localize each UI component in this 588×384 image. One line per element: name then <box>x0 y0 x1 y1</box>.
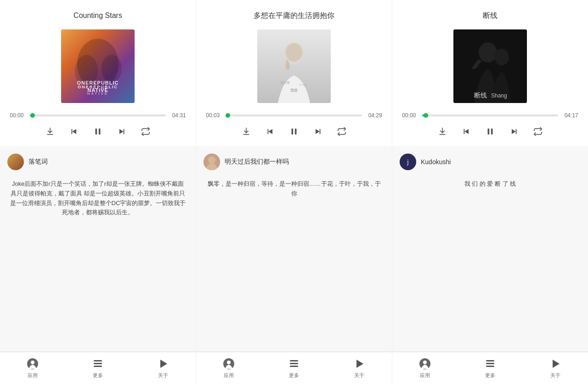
svg-rect-43 <box>486 366 494 367</box>
svg-rect-31 <box>94 366 102 367</box>
tab-label-more-2: 更多 <box>289 372 299 379</box>
app-icon-3 <box>418 357 431 370</box>
more-icon-1 <box>91 357 104 370</box>
album-art-2: 我曾 迷恋着 Long <box>257 29 331 103</box>
time-current-2: 00:03 <box>206 112 222 119</box>
tab-label-app-3: 应用 <box>420 372 430 379</box>
tab-label-about-1: 关于 <box>158 372 168 379</box>
comment-user-2: 明天过后我们都一样吗 <box>204 154 384 170</box>
pause-button-3[interactable] <box>485 126 496 137</box>
about-icon-3 <box>549 357 562 370</box>
username-1: 落笔词 <box>28 158 48 166</box>
svg-rect-6 <box>95 129 97 135</box>
svg-rect-36 <box>290 363 298 364</box>
tab-more-1[interactable]: 更多 <box>65 354 130 383</box>
svg-point-34 <box>227 361 231 364</box>
svg-text:ONEREPUBLIC: ONEREPUBLIC <box>78 85 118 89</box>
tab-label-about-2: 关于 <box>354 372 364 379</box>
svg-rect-30 <box>94 363 102 364</box>
next-button-2[interactable] <box>312 126 323 137</box>
time-total-3: 04:17 <box>562 112 578 119</box>
repeat-button-3[interactable] <box>532 126 543 137</box>
progress-row-3: 00:00 04:17 <box>402 112 578 119</box>
progress-dot-3 <box>424 113 428 118</box>
song-title-1: Counting Stars <box>74 9 122 22</box>
svg-point-2 <box>75 55 98 87</box>
prev-button-1[interactable] <box>68 126 79 137</box>
comment-section-1: 落笔词 Joke后面不加r只是一个笑话，加了r却是一张王牌。蜘蛛侠不戴面具只是彼… <box>0 146 196 351</box>
svg-text:迷恋着: 迷恋着 <box>280 81 290 85</box>
player-3: 断线 断线 Shang 00:00 <box>392 0 588 351</box>
app-icon-1 <box>26 357 39 370</box>
svg-rect-42 <box>486 363 494 364</box>
avatar-1 <box>7 154 24 170</box>
tab-more-3[interactable]: 更多 <box>458 354 523 383</box>
tab-label-app-1: 应用 <box>28 372 38 379</box>
download-button-2[interactable] <box>241 126 252 137</box>
main-content: Counting Stars ONEREPUBLIC <box>0 0 588 352</box>
tab-label-more-3: 更多 <box>485 372 495 379</box>
player-1: Counting Stars ONEREPUBLIC <box>0 0 196 351</box>
tab-section-2: 应用 更多 关于 <box>196 352 392 384</box>
progress-bar-1[interactable] <box>30 115 165 116</box>
svg-rect-7 <box>99 129 101 135</box>
comment-text-3: 我 们 的 爱 断 了 线 <box>400 176 581 193</box>
pause-button-2[interactable] <box>288 126 300 137</box>
repeat-button-2[interactable] <box>336 126 347 137</box>
comment-section-3: j Kudokushi 我 们 的 爱 断 了 线 <box>392 146 588 351</box>
progress-bar-2[interactable] <box>226 115 362 116</box>
svg-marker-44 <box>553 360 560 368</box>
comment-section-2: 明天过后我们都一样吗 飘零，是一种归宿，等待，是一种归宿……于花，于叶，于我，于… <box>196 146 392 351</box>
player-2: 多想在平庸的生活拥抱你 我曾 迷 <box>196 0 392 351</box>
repeat-button-1[interactable] <box>140 126 151 137</box>
progress-dot-1 <box>30 113 35 118</box>
svg-point-40 <box>423 361 427 364</box>
controls-1 <box>10 126 186 137</box>
time-current-3: 00:00 <box>402 112 418 119</box>
progress-row-2: 00:03 04:29 <box>206 112 382 119</box>
svg-text:j: j <box>407 159 409 166</box>
svg-rect-15 <box>295 129 297 135</box>
tab-app-2[interactable]: 应用 <box>196 354 261 383</box>
comment-user-3: j Kudokushi <box>400 154 581 170</box>
more-icon-2 <box>288 357 300 370</box>
tab-about-1[interactable]: 关于 <box>130 354 196 383</box>
svg-marker-32 <box>160 360 167 368</box>
svg-rect-41 <box>486 360 494 361</box>
comment-text-1: Joke后面不加r只是一个笑话，加了r却是一张王牌。蜘蛛侠不戴面具只是彼得帕克，… <box>7 176 188 221</box>
about-icon-1 <box>157 357 170 370</box>
tab-app-3[interactable]: 应用 <box>392 354 458 383</box>
prev-button-3[interactable] <box>461 126 472 137</box>
svg-point-28 <box>31 361 34 364</box>
svg-rect-29 <box>94 360 102 361</box>
svg-rect-37 <box>290 366 298 367</box>
tab-about-3[interactable]: 关于 <box>523 354 588 383</box>
svg-text:Shang: Shang <box>491 92 507 99</box>
tab-app-1[interactable]: 应用 <box>0 354 65 383</box>
app-icon-2 <box>222 357 235 370</box>
download-button-1[interactable] <box>45 126 56 137</box>
pause-button-1[interactable] <box>92 126 103 137</box>
svg-text:断线: 断线 <box>474 92 487 99</box>
album-art-1: ONEREPUBLIC NATIVE <box>61 29 135 103</box>
svg-point-20 <box>494 49 509 65</box>
svg-rect-35 <box>290 360 298 361</box>
svg-point-17 <box>208 156 215 164</box>
svg-text:NATIVE: NATIVE <box>87 92 108 96</box>
prev-button-2[interactable] <box>265 126 276 137</box>
tab-more-2[interactable]: 更多 <box>261 354 327 383</box>
next-button-3[interactable] <box>509 126 520 137</box>
download-button-3[interactable] <box>437 126 448 137</box>
tab-about-2[interactable]: 关于 <box>327 354 392 383</box>
progress-dot-2 <box>226 113 230 118</box>
svg-marker-38 <box>356 360 363 368</box>
svg-point-10 <box>286 43 302 62</box>
comment-text-2: 飘零，是一种归宿，等待，是一种归宿……于花，于叶，于我，于你 <box>204 176 384 202</box>
tab-label-about-3: 关于 <box>550 372 560 379</box>
avatar-3: j <box>400 154 416 170</box>
svg-rect-14 <box>291 129 293 135</box>
time-total-2: 04:29 <box>366 112 382 119</box>
next-button-1[interactable] <box>116 126 127 137</box>
progress-bar-3[interactable] <box>422 115 558 116</box>
about-icon-2 <box>353 357 366 370</box>
